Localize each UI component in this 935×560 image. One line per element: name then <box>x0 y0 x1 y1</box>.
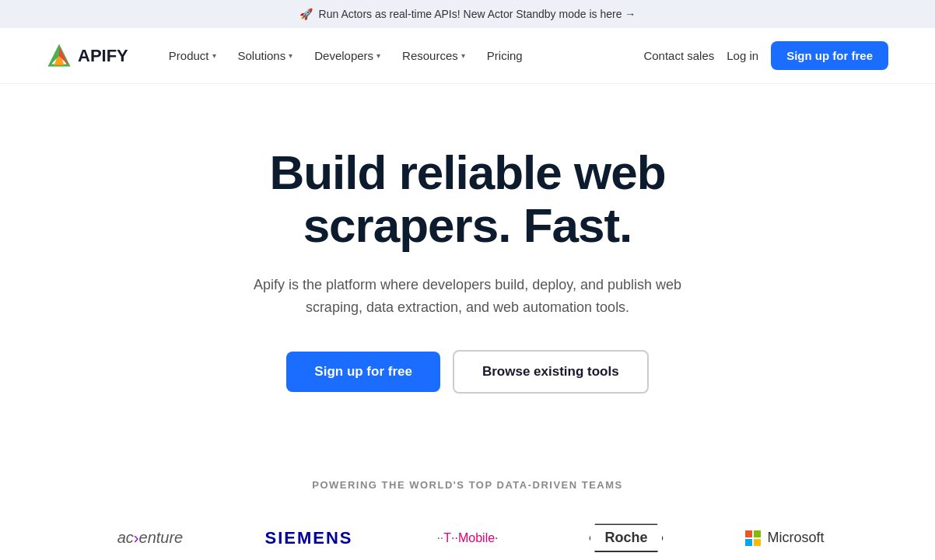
top-banner[interactable]: 🚀 Run Actors as real-time APIs! New Acto… <box>0 0 935 28</box>
logos-section: POWERING THE WORLD'S TOP DATA-DRIVEN TEA… <box>0 440 935 560</box>
microsoft-grid-icon <box>745 530 761 546</box>
nav-product[interactable]: Product ▾ <box>159 43 226 68</box>
logo-tmobile: ··T··Mobile· <box>396 519 539 558</box>
nav-pricing[interactable]: Pricing <box>478 43 532 68</box>
nav-developers[interactable]: Developers ▾ <box>305 43 390 68</box>
logos-title: POWERING THE WORLD'S TOP DATA-DRIVEN TEA… <box>47 479 888 491</box>
chevron-down-icon: ▾ <box>376 51 380 60</box>
chevron-down-icon: ▾ <box>212 51 216 60</box>
hero-section: Build reliable web scrapers. Fast. Apify… <box>117 84 818 440</box>
banner-text: Run Actors as real-time APIs! New Actor … <box>319 8 622 20</box>
nav-resources[interactable]: Resources ▾ <box>393 43 475 68</box>
hero-description: Apify is the platform where developers b… <box>250 274 685 319</box>
logo-siemens: SIEMENS <box>237 519 380 558</box>
logos-grid: ac›enture SIEMENS ··T··Mobile· Roche Mic… <box>79 519 856 560</box>
banner-emoji: 🚀 <box>299 8 313 20</box>
hero-headline: Build reliable web scrapers. Fast. <box>133 146 802 252</box>
nav-links: Product ▾ Solutions ▾ Developers ▾ Resou… <box>159 43 644 68</box>
signup-hero-button[interactable]: Sign up for free <box>286 352 440 392</box>
browse-tools-button[interactable]: Browse existing tools <box>453 350 649 394</box>
nav-right: Contact sales Log in Sign up for free <box>643 41 888 70</box>
logo-text: APIFY <box>78 46 128 66</box>
logo-icon <box>47 44 72 68</box>
signup-nav-button[interactable]: Sign up for free <box>771 41 888 70</box>
navbar: APIFY Product ▾ Solutions ▾ Developers ▾… <box>0 28 935 84</box>
logo[interactable]: APIFY <box>47 44 128 68</box>
nav-solutions[interactable]: Solutions ▾ <box>229 43 303 68</box>
login-button[interactable]: Log in <box>727 49 758 62</box>
logo-accenture: ac›enture <box>79 519 222 558</box>
chevron-down-icon: ▾ <box>289 51 292 60</box>
banner-arrow: → <box>625 8 636 20</box>
logo-roche: Roche <box>555 519 698 558</box>
contact-sales-button[interactable]: Contact sales <box>643 49 714 62</box>
logo-microsoft: Microsoft <box>713 519 856 558</box>
chevron-down-icon: ▾ <box>461 51 465 60</box>
hero-buttons: Sign up for free Browse existing tools <box>133 350 802 394</box>
